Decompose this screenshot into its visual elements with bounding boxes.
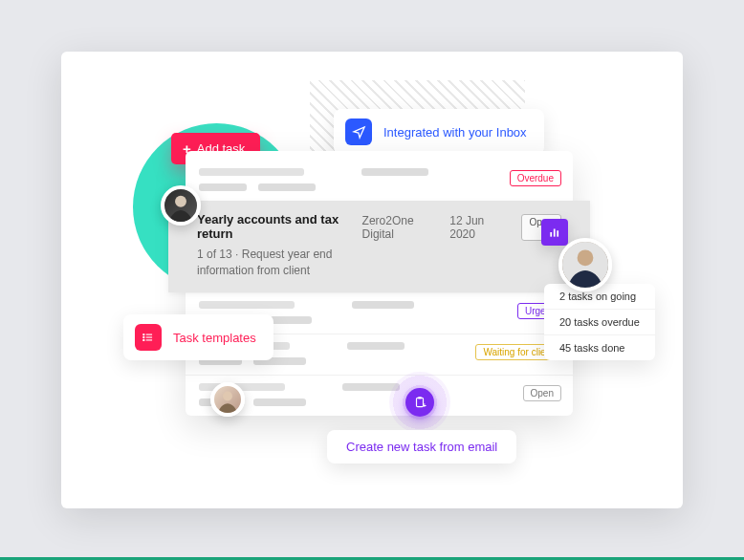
clipboard-plus-icon: + <box>405 388 434 417</box>
avatar <box>558 238 612 291</box>
status-badge-overdue: Overdue <box>510 170 561 186</box>
bar-chart-icon <box>541 219 568 246</box>
svg-point-9 <box>175 196 186 207</box>
svg-point-7 <box>143 336 144 337</box>
stats-button[interactable] <box>541 219 568 246</box>
task-row[interactable]: Overdue <box>186 161 573 201</box>
svg-text:+: + <box>423 402 427 409</box>
stats-done: 45 tasks done <box>544 334 655 360</box>
task-date: 12 Jun 2020 <box>449 214 493 241</box>
stats-panel: 2 tasks on going 20 tasks overdue 45 tas… <box>544 284 655 360</box>
task-company: Zero2One Digital <box>362 214 424 241</box>
create-from-email-label: Create new task from email <box>346 440 497 454</box>
inbox-pill-label: Integrated with your Inbox <box>383 125 527 140</box>
svg-point-12 <box>223 392 232 401</box>
svg-rect-2 <box>557 230 558 236</box>
svg-point-8 <box>143 339 144 340</box>
task-row-expanded[interactable]: Yearly accounts and tax return Zero2One … <box>168 201 590 292</box>
avatar <box>210 382 245 417</box>
paper-plane-icon <box>345 118 372 145</box>
svg-rect-0 <box>550 232 552 237</box>
create-task-ring[interactable]: + <box>389 372 450 433</box>
stats-overdue: 20 tasks overdue <box>544 309 655 334</box>
status-badge-open: Open <box>523 385 561 401</box>
create-from-email-pill[interactable]: Create new task from email <box>327 430 516 463</box>
task-subtext: 1 of 13 · Request year end information f… <box>197 247 388 279</box>
task-title: Yearly accounts and tax return <box>197 212 345 241</box>
stats-ongoing: 2 tasks on going <box>544 284 655 309</box>
task-list: Overdue Yearly accounts and tax return Z… <box>186 151 573 416</box>
svg-rect-1 <box>554 229 556 237</box>
avatar <box>161 185 201 226</box>
svg-rect-14 <box>418 397 422 398</box>
list-icon <box>135 324 162 351</box>
app-preview-card: Integrated with your Inbox + Add task Ov… <box>61 52 683 508</box>
svg-point-6 <box>143 334 144 335</box>
task-templates-pill[interactable]: Task templates <box>123 314 274 360</box>
task-templates-label: Task templates <box>173 331 256 345</box>
svg-point-11 <box>578 249 594 266</box>
inbox-integration-pill[interactable]: Integrated with your Inbox <box>334 109 544 155</box>
